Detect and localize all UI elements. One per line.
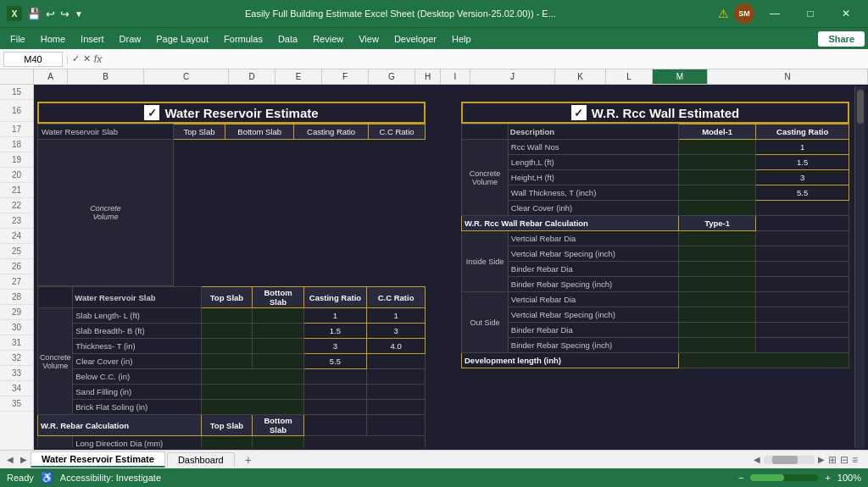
col-header-e[interactable]: E bbox=[275, 69, 322, 84]
rr-rcc-wall-nos-m1 bbox=[678, 140, 755, 155]
app-header: X 💾 ↩ ↪ ▼ Easily Full Building Estimate … bbox=[0, 0, 868, 49]
row-num-19: 19 bbox=[0, 152, 33, 168]
view-layout-icon[interactable]: ⊟ bbox=[840, 454, 849, 466]
col-header-k[interactable]: K bbox=[555, 69, 606, 84]
sheet-tab-dashboard[interactable]: Dashboard bbox=[167, 452, 235, 467]
menu-help[interactable]: Help bbox=[445, 31, 478, 47]
rr-out-vert-dia-m1 bbox=[678, 292, 755, 307]
menu-insert[interactable]: Insert bbox=[74, 31, 111, 47]
col-header-f[interactable]: F bbox=[322, 69, 369, 84]
lr-slab-length-top bbox=[201, 308, 253, 324]
zoom-in-icon[interactable]: + bbox=[825, 473, 830, 483]
avatar[interactable]: SM bbox=[734, 3, 754, 24]
quick-access-dropdown-icon[interactable]: ▼ bbox=[75, 9, 83, 19]
lr-slab-breadth: Slab Breadth- B (ft) bbox=[73, 324, 201, 339]
tab-nav-next[interactable]: ▶ bbox=[17, 455, 31, 464]
lr-slab-breadth-cast: 1.5 bbox=[303, 324, 366, 339]
close-button[interactable]: ✕ bbox=[831, 2, 861, 25]
add-sheet-button[interactable]: + bbox=[238, 451, 259, 468]
lr-below-cc-cc bbox=[367, 369, 426, 385]
lr-thickness-cc: 4.0 bbox=[367, 339, 426, 354]
formula-input[interactable] bbox=[105, 52, 865, 67]
maximize-button[interactable]: □ bbox=[795, 2, 826, 25]
col-header-a[interactable]: A bbox=[34, 69, 68, 84]
h-scroll-thumb[interactable] bbox=[772, 456, 798, 464]
lr-sand-filling: Sand Filling (in) bbox=[73, 385, 201, 400]
lr-rebar-cc bbox=[367, 415, 426, 436]
rr-out-binder-dia: Binder Rebar Dia bbox=[508, 323, 678, 338]
col-header-c[interactable]: C bbox=[144, 69, 229, 84]
out-side-label: Out Side bbox=[462, 292, 509, 353]
redo-icon[interactable]: ↪ bbox=[60, 8, 70, 20]
rr-wall-thickness-m1 bbox=[678, 185, 755, 201]
lr-slab-breadth-bot bbox=[253, 324, 304, 339]
view-page-break-icon[interactable]: ≡ bbox=[852, 454, 858, 466]
fx-checkmark-icon[interactable]: ✓ bbox=[72, 53, 80, 64]
lr-brick-flat-cast bbox=[303, 400, 366, 415]
menu-review[interactable]: Review bbox=[306, 31, 350, 47]
menu-formulas[interactable]: Formulas bbox=[217, 31, 270, 47]
col-header-i[interactable]: I bbox=[441, 69, 470, 84]
rh-spacer bbox=[462, 125, 509, 140]
col-header-m[interactable]: M bbox=[653, 69, 708, 84]
rr-height: Height,H (ft) bbox=[508, 170, 678, 185]
minimize-button[interactable]: — bbox=[760, 2, 790, 25]
menu-draw[interactable]: Draw bbox=[113, 31, 148, 47]
rr-clear-cover: Clear Cover (inh) bbox=[508, 201, 678, 216]
left-title-row bbox=[37, 86, 426, 102]
col-header-n[interactable]: N bbox=[708, 69, 868, 84]
h-scroll-bar[interactable] bbox=[764, 456, 815, 464]
fx-cancel-icon[interactable]: ✕ bbox=[83, 53, 91, 64]
lr-thickness-cast: 3 bbox=[303, 339, 366, 354]
view-normal-icon[interactable]: ⊞ bbox=[828, 454, 837, 466]
undo-icon[interactable]: ↩ bbox=[46, 8, 55, 20]
lr-sand-filling-top bbox=[201, 385, 303, 400]
rr-binder-dia-rest bbox=[756, 262, 849, 277]
cell-reference-input[interactable] bbox=[3, 52, 63, 67]
rr-vert-dia-rest bbox=[756, 231, 849, 246]
h-scroll-left[interactable]: ◀ bbox=[754, 455, 760, 464]
rr-out-binder-specing-rest bbox=[756, 338, 849, 353]
tab-nav-prev[interactable]: ◀ bbox=[3, 455, 17, 464]
window-title: Easily Full Building Estimate Excel Shee… bbox=[88, 8, 713, 19]
save-icon[interactable]: 💾 bbox=[27, 8, 41, 20]
sheet-tab-water-reservoir[interactable]: Water Reservoir Estimate bbox=[31, 451, 165, 468]
accessibility-icon: ♿ bbox=[41, 472, 53, 484]
col-header-l[interactable]: L bbox=[606, 69, 653, 84]
menu-page-layout[interactable]: Page Layout bbox=[149, 31, 215, 47]
lr-long-dia-rest bbox=[303, 436, 425, 449]
col-header-j[interactable]: J bbox=[470, 69, 555, 84]
menu-home[interactable]: Home bbox=[34, 31, 72, 47]
rr-out-binder-dia-rest bbox=[756, 323, 849, 338]
zoom-out-icon[interactable]: − bbox=[738, 473, 743, 483]
share-button[interactable]: Share bbox=[818, 31, 865, 47]
col-header-g[interactable]: G bbox=[369, 69, 415, 84]
lr-clear-cover-top bbox=[201, 354, 253, 369]
col-header-h[interactable]: H bbox=[415, 69, 441, 84]
rr-height-m1 bbox=[678, 170, 755, 185]
rr-dev-length-val bbox=[678, 353, 849, 368]
scrollbar-thumb[interactable] bbox=[857, 90, 864, 124]
rr-out-vert-specing: Vertcial Rebar Specing (inch) bbox=[508, 307, 678, 323]
menu-developer[interactable]: Developer bbox=[387, 31, 443, 47]
col-header-b[interactable]: B bbox=[68, 69, 144, 84]
rr-length: Length,L (ft) bbox=[508, 155, 678, 170]
status-bar: Ready ♿ Accessibility: Investigate − + 1… bbox=[0, 468, 868, 487]
row-num-33: 33 bbox=[0, 366, 33, 381]
menu-view[interactable]: View bbox=[352, 31, 386, 47]
zoom-slider[interactable] bbox=[750, 474, 818, 481]
concrete-volume-label-left: ConcreteVolume bbox=[38, 140, 174, 286]
rr-binder-dia: Binder Rebar Dia bbox=[508, 262, 678, 277]
rr-out-vert-dia-rest bbox=[756, 292, 849, 307]
row-num-27: 27 bbox=[0, 274, 33, 290]
right-scrollbar[interactable] bbox=[854, 86, 865, 448]
row-num-18: 18 bbox=[0, 137, 33, 152]
h-scroll-right[interactable]: ▶ bbox=[818, 455, 825, 464]
lh-desc: Water Reservoir Slab bbox=[73, 287, 201, 308]
lh-bot: Bottom Slab bbox=[253, 287, 304, 308]
left-checkbox-icon: ✓ bbox=[144, 105, 159, 120]
menu-file[interactable]: File bbox=[3, 31, 32, 47]
col-header-d[interactable]: D bbox=[229, 69, 275, 84]
menu-data[interactable]: Data bbox=[271, 31, 304, 47]
lh-cc: C.C Ratio bbox=[367, 287, 426, 308]
